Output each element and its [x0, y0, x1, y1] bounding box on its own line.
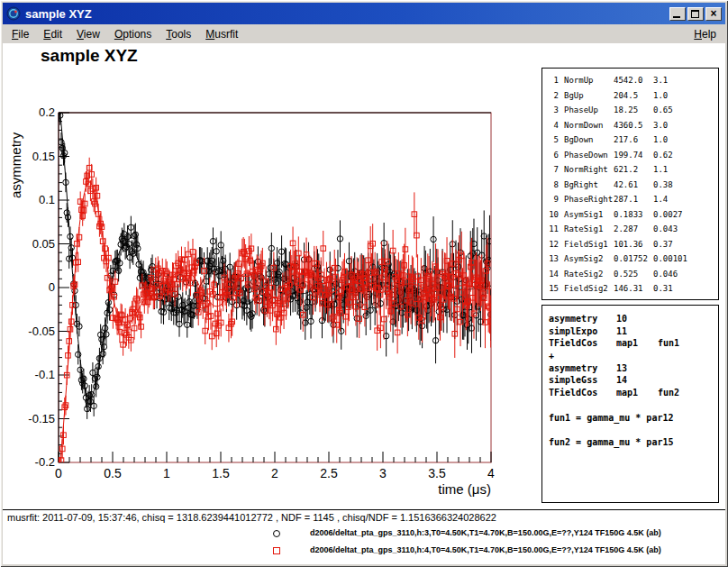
theory-line: asymmetry13: [549, 362, 718, 375]
close-icon: ×: [706, 7, 721, 21]
theory-line: [549, 399, 718, 412]
menu-item-tools[interactable]: Tools: [159, 26, 198, 42]
title-bar[interactable]: sample XYZ ×: [3, 3, 725, 24]
footer-separator: [3, 509, 725, 510]
theory-line: fun2 = gamma_mu * par15: [549, 436, 718, 449]
param-row: 5BgDown217.61.0: [547, 133, 718, 148]
param-row: 4NormDown4360.53.0: [547, 118, 718, 133]
svg-text:-0.1: -0.1: [35, 368, 55, 381]
param-row: 9PhaseRight287.11.4: [547, 192, 718, 207]
y-axis-title: asymmetry: [8, 132, 23, 198]
param-row: 7NormRight621.21.1: [547, 162, 718, 178]
app-icon: [6, 6, 21, 21]
theory-line: fun1 = gamma_mu * par12: [549, 412, 718, 425]
window-controls: ×: [669, 7, 722, 21]
param-row: 3PhaseUp18.250.65: [547, 103, 718, 118]
svg-text:0.05: 0.05: [32, 237, 55, 251]
legend-row: d2006/deltat_pta_gps_3110,h:3,T0=4.50K,T…: [3, 526, 725, 543]
param-row: 12FieldSig1101.360.37: [547, 237, 718, 252]
menu-item-help[interactable]: Help: [687, 26, 723, 42]
fit-line: [59, 182, 491, 477]
window-title: sample XYZ: [25, 7, 92, 21]
canvas: sample XYZ 00.511.522.533.54-0.2-0.15-0.…: [3, 43, 725, 564]
param-table: 1NormUp4542.03.12BgUp204.51.03PhaseUp18.…: [541, 68, 719, 300]
svg-text:0: 0: [49, 280, 55, 294]
theory-line: simplExpo11: [549, 325, 718, 338]
theory-line: TFieldCosmap1fun2: [549, 387, 718, 399]
svg-text:1.5: 1.5: [212, 466, 230, 480]
menu-item-edit[interactable]: Edit: [36, 26, 69, 42]
close-button[interactable]: ×: [705, 7, 722, 21]
param-row: 10AsymSig10.18330.0027: [547, 207, 718, 223]
x-axis: 00.511.522.533.54: [55, 452, 495, 480]
theory-line: [549, 424, 718, 436]
legend-label: d2006/deltat_pta_gps_3110,h:4,T0=4.50K,T…: [310, 545, 661, 554]
param-row: 11RateSig12.2870.043: [547, 222, 718, 237]
svg-text:0.2: 0.2: [39, 105, 55, 119]
theory-block: asymmetry10simplExpo11TFieldCosmap1fun1+…: [541, 305, 719, 503]
param-row: 2BgUp204.51.0: [547, 88, 718, 104]
circle-marker-icon: [273, 530, 280, 537]
theory-line: asymmetry10: [549, 313, 718, 325]
menu-item-view[interactable]: View: [69, 26, 107, 42]
param-row: 13AsymSig20.017520.00101: [547, 251, 718, 267]
menu-item-musrfit[interactable]: Musrfit: [198, 26, 245, 42]
svg-text:0.15: 0.15: [32, 150, 55, 163]
legend: d2006/deltat_pta_gps_3110,h:3,T0=4.50K,T…: [3, 526, 725, 563]
svg-text:2: 2: [271, 466, 278, 480]
maximize-button[interactable]: [687, 7, 704, 21]
minimize-icon: [673, 16, 680, 18]
plot-svg[interactable]: 00.511.522.533.54-0.2-0.15-0.1-0.0500.05…: [3, 43, 543, 503]
svg-text:4: 4: [487, 466, 495, 480]
minimize-button[interactable]: [669, 7, 686, 21]
svg-text:2.5: 2.5: [320, 466, 338, 480]
svg-text:3.5: 3.5: [428, 466, 446, 480]
square-marker-icon: [273, 547, 280, 554]
svg-text:0.1: 0.1: [39, 193, 55, 206]
menu-item-options[interactable]: Options: [107, 26, 159, 42]
legend-row: d2006/deltat_pta_gps_3110,h:4,T0=4.50K,T…: [3, 543, 725, 560]
svg-text:0.5: 0.5: [104, 466, 122, 480]
window: sample XYZ × FileEditViewOptionsToolsMus…: [0, 0, 728, 567]
param-row: 14RateSig20.5250.046: [547, 267, 718, 282]
param-row: 15FieldSig2146.310.31: [547, 281, 718, 297]
legend-label: d2006/deltat_pta_gps_3110,h:3,T0=4.50K,T…: [310, 528, 661, 537]
menu-item-file[interactable]: File: [5, 26, 36, 42]
footer-info: musrfit: 2011-07-09, 15:37:46, chisq = 1…: [7, 512, 496, 523]
svg-text:-0.2: -0.2: [35, 455, 55, 469]
param-row: 1NormUp4542.03.1: [547, 73, 718, 88]
param-row: 8BgRight42.610.38: [547, 178, 718, 193]
menu-bar: FileEditViewOptionsToolsMusrfitHelp: [3, 24, 725, 43]
param-row: 6PhaseDown199.740.62: [547, 148, 718, 163]
svg-text:1: 1: [163, 466, 170, 480]
svg-text:3: 3: [379, 466, 387, 480]
theory-line: +: [549, 350, 718, 362]
theory-line: TFieldCosmap1fun1: [549, 337, 718, 350]
svg-text:-0.15: -0.15: [28, 412, 55, 425]
x-axis-title: time (μs): [438, 481, 491, 497]
svg-text:-0.05: -0.05: [28, 325, 55, 338]
maximize-icon: [691, 10, 699, 18]
theory-line: simpleGss14: [549, 374, 718, 387]
svg-text:0: 0: [55, 466, 62, 480]
